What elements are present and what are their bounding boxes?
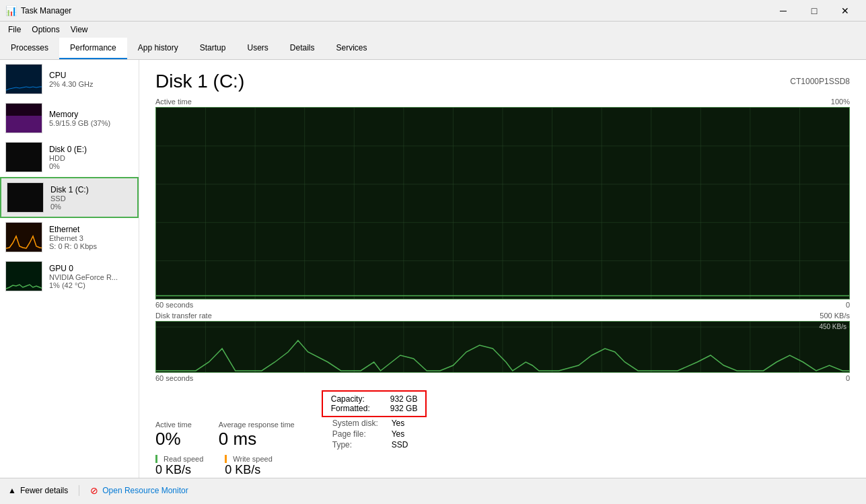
response-time-label: Average response time (219, 421, 295, 429)
menu-options[interactable]: Options (26, 24, 65, 36)
disk1-name: Disk 1 (C:) (50, 185, 132, 194)
disk0-thumbnail (5, 142, 42, 172)
app-icon: 📊 (5, 5, 17, 16)
svg-rect-2 (6, 116, 42, 133)
formatted-value: 932 GB (390, 404, 418, 413)
menu-file[interactable]: File (3, 24, 26, 36)
bottombar-separator (79, 485, 79, 496)
disk1-type: SSD (50, 194, 132, 203)
sidebar-item-disk0[interactable]: Disk 0 (E:) HDD 0% (0, 138, 139, 177)
chart1-max: 100% (831, 98, 850, 106)
content-area: Disk 1 (C:) CT1000P1SSD8 Active time 100… (139, 60, 866, 478)
cpu-name: CPU (49, 71, 133, 80)
ethernet-usage: S: 0 R: 0 Kbps (49, 242, 133, 250)
titlebar: 📊 Task Manager ─ □ ✕ (0, 0, 866, 22)
disk1-usage: 0% (50, 203, 132, 211)
disk0-name: Disk 0 (E:) (49, 145, 133, 154)
disk1-info: Disk 1 (C:) SSD 0% (50, 185, 132, 211)
titlebar-title: Task Manager (21, 6, 768, 15)
tabbar: Processes Performance App history Startu… (0, 38, 866, 60)
content-header: Disk 1 (C:) CT1000P1SSD8 (139, 60, 866, 98)
page-file-value: Yes (392, 429, 405, 439)
gpu-thumbnail (5, 261, 42, 291)
chart2-min: 0 (846, 374, 850, 382)
capacity-row: Capacity: 932 GB (331, 394, 418, 404)
chart1-header: Active time 100% (155, 98, 850, 106)
read-speed-value: 0 KB/s (155, 463, 203, 477)
sidebar-item-disk1[interactable]: Disk 1 (C:) SSD 0% (0, 177, 139, 218)
page-file-label: Page file: (332, 429, 386, 439)
resource-monitor-icon: ⊘ (90, 485, 98, 496)
page-file-row: Page file: Yes (332, 429, 427, 439)
type-row: Type: SSD (332, 440, 427, 449)
tab-services[interactable]: Services (326, 38, 378, 59)
type-value: SSD (392, 440, 408, 449)
sidebar-item-gpu[interactable]: GPU 0 NVIDIA GeForce R... 1% (42 °C) (0, 257, 139, 296)
open-resource-monitor-button[interactable]: ⊘ Open Resource Monitor (90, 485, 188, 496)
sidebar-item-memory[interactable]: Memory 5.9/15.9 GB (37%) (0, 99, 139, 138)
fewer-details-button[interactable]: ▲ Fewer details (8, 486, 68, 495)
maximize-button[interactable]: □ (799, 0, 830, 22)
capacity-info-group: Capacity: 932 GB Formatted: 932 GB Syste… (322, 390, 427, 449)
svg-rect-4 (7, 183, 44, 213)
chart1-label: Active time (155, 98, 192, 106)
disk0-type: HDD (49, 154, 133, 162)
chart1-footer: 60 seconds 0 (155, 301, 850, 309)
system-disk-row: System disk: Yes (332, 419, 427, 428)
capacity-label: Capacity: (331, 394, 385, 404)
formatted-row: Formatted: 932 GB (331, 404, 418, 413)
fewer-details-label: Fewer details (20, 486, 68, 495)
tab-details[interactable]: Details (279, 38, 326, 59)
read-indicator (155, 455, 161, 463)
gpu-model: NVIDIA GeForce R... (49, 273, 133, 281)
memory-name: Memory (49, 110, 133, 119)
tab-performance[interactable]: Performance (59, 38, 127, 59)
content-model: CT1000P1SSD8 (790, 77, 850, 86)
menu-view[interactable]: View (65, 24, 94, 36)
tab-app-history[interactable]: App history (127, 38, 189, 59)
stats-row2: Read speed 0 KB/s Write speed 0 KB/s (155, 455, 850, 477)
memory-info: Memory 5.9/15.9 GB (37%) (49, 110, 133, 127)
chevron-down-icon: ▲ (8, 486, 16, 495)
minimize-button[interactable]: ─ (768, 0, 799, 22)
memory-thumbnail (5, 103, 42, 133)
content-title: Disk 1 (C:) (155, 71, 244, 92)
response-time-value: 0 ms (219, 429, 295, 449)
sidebar-item-ethernet[interactable]: Ethernet Ethernet 3 S: 0 R: 0 Kbps (0, 218, 139, 257)
svg-rect-3 (6, 143, 42, 172)
sidebar-item-cpu[interactable]: CPU 2% 4.30 GHz (0, 60, 139, 99)
ethernet-thumbnail (5, 222, 42, 252)
tab-processes[interactable]: Processes (0, 38, 59, 59)
capacity-box: Capacity: 932 GB Formatted: 932 GB (322, 390, 427, 417)
cpu-thumbnail (5, 64, 42, 94)
active-time-value: 0% (155, 429, 192, 449)
sidebar: CPU 2% 4.30 GHz Memory 5.9/15.9 GB (37%) (0, 60, 139, 478)
disk0-usage: 0% (49, 162, 133, 170)
tab-users[interactable]: Users (236, 38, 279, 59)
type-label: Type: (332, 440, 386, 449)
stats-row1: Active time 0% Average response time 0 m… (155, 390, 850, 449)
active-time-chart-area (155, 107, 850, 299)
svg-rect-0 (6, 65, 42, 94)
response-time-stat: Average response time 0 ms (219, 421, 295, 449)
stats-area: Active time 0% Average response time 0 m… (139, 385, 866, 482)
chart2-duration: 60 seconds (155, 374, 193, 382)
gpu-info: GPU 0 NVIDIA GeForce R... 1% (42 °C) (49, 264, 133, 289)
transfer-rate-chart-section: Disk transfer rate 500 KB/s 450 KB/s (155, 312, 850, 385)
capacity-value: 932 GB (390, 394, 418, 404)
write-speed-block: Write speed 0 KB/s (225, 455, 273, 477)
disk1-thumbnail (7, 182, 44, 213)
tab-startup[interactable]: Startup (189, 38, 237, 59)
disk0-info: Disk 0 (E:) HDD 0% (49, 145, 133, 170)
ethernet-sub: Ethernet 3 (49, 234, 133, 242)
write-indicator (225, 455, 230, 463)
ethernet-name: Ethernet (49, 225, 133, 234)
close-button[interactable]: ✕ (830, 0, 861, 22)
gpu-usage: 1% (42 °C) (49, 281, 133, 289)
menubar: File Options View (0, 22, 866, 38)
write-speed-label: Write speed (225, 455, 273, 463)
disk-info-block: System disk: Yes Page file: Yes Type: SS… (332, 419, 427, 449)
transfer-rate-chart-area: 450 KB/s (155, 321, 850, 373)
write-speed-value: 0 KB/s (225, 463, 273, 477)
chart2-secondary-max: 450 KB/s (819, 323, 846, 330)
